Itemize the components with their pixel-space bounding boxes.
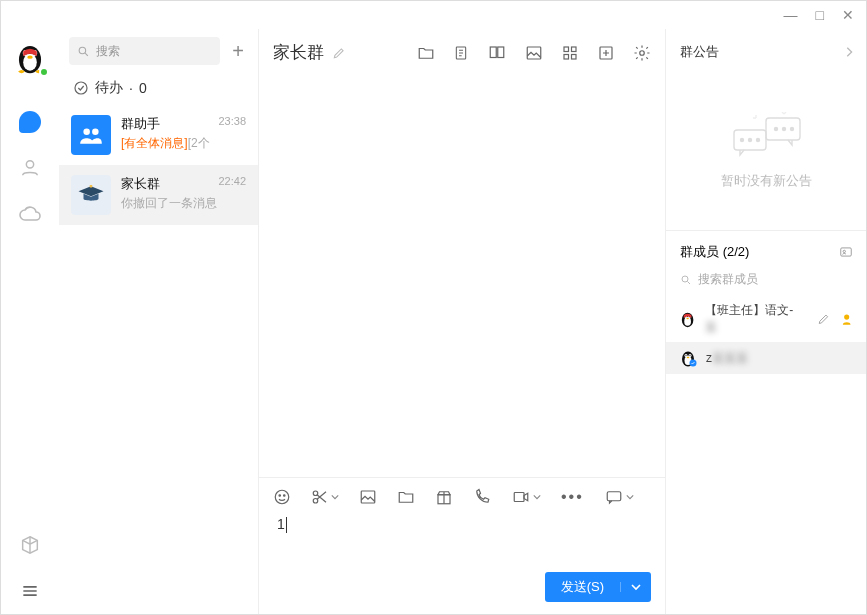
- conversation-name: 家长群: [121, 175, 160, 193]
- send-file-button[interactable]: [397, 488, 415, 506]
- svg-point-38: [783, 127, 786, 130]
- pencil-icon[interactable]: [817, 312, 830, 326]
- chat-title: 家长群: [273, 41, 324, 64]
- svg-rect-18: [572, 47, 577, 52]
- search-input[interactable]: 搜索: [69, 37, 220, 65]
- svg-point-6: [27, 55, 32, 58]
- svg-point-11: [92, 129, 99, 136]
- add-button[interactable]: +: [228, 40, 248, 63]
- video-button[interactable]: [511, 488, 541, 506]
- svg-point-34: [741, 138, 744, 141]
- emoji-button[interactable]: [273, 488, 291, 506]
- svg-rect-40: [841, 248, 852, 256]
- message-area: [259, 77, 665, 477]
- send-button[interactable]: 发送(S): [545, 572, 651, 602]
- settings-button[interactable]: [633, 44, 651, 62]
- svg-point-42: [682, 276, 688, 282]
- invite-button[interactable]: [597, 44, 615, 62]
- image-icon: [525, 44, 543, 62]
- minimize-button[interactable]: —: [784, 8, 798, 22]
- nav-apps[interactable]: [17, 532, 43, 558]
- svg-point-25: [284, 495, 286, 497]
- doc-button[interactable]: [453, 44, 469, 62]
- svg-point-23: [275, 490, 289, 504]
- nav-menu[interactable]: [17, 578, 43, 604]
- cloud-icon: [18, 202, 42, 226]
- album-button[interactable]: [487, 44, 507, 62]
- scissors-icon: [311, 488, 329, 506]
- svg-point-55: [685, 355, 686, 356]
- group-avatar: [71, 175, 111, 215]
- screenshot-button[interactable]: [311, 488, 339, 506]
- chat-header: 家长群: [259, 29, 665, 77]
- chevron-down-icon: [626, 493, 634, 501]
- svg-point-22: [640, 50, 645, 55]
- svg-point-8: [79, 47, 86, 54]
- video-icon: [511, 488, 531, 506]
- announcement-header[interactable]: 群公告: [666, 29, 866, 71]
- hamburger-icon: [20, 581, 40, 601]
- svg-point-56: [689, 355, 690, 356]
- svg-rect-16: [527, 47, 541, 59]
- message-input[interactable]: 1: [259, 512, 665, 572]
- search-icon: [680, 274, 692, 286]
- svg-point-39: [791, 127, 794, 130]
- folder-icon: [397, 488, 415, 506]
- plus-square-icon: [597, 44, 615, 62]
- conversation-item[interactable]: 家长群 22:42 你撤回了一条消息: [59, 165, 258, 225]
- document-icon: [453, 44, 469, 62]
- more-button[interactable]: •••: [561, 488, 584, 506]
- grid-icon: [561, 44, 579, 62]
- conversation-time: 22:42: [218, 175, 246, 193]
- grid-button[interactable]: [561, 44, 579, 62]
- maximize-button[interactable]: □: [816, 8, 824, 22]
- text-caret: [286, 517, 287, 533]
- history-button[interactable]: [604, 488, 634, 506]
- edit-title-button[interactable]: [332, 46, 346, 60]
- card-icon[interactable]: [838, 245, 854, 259]
- gift-button[interactable]: [435, 488, 453, 506]
- close-button[interactable]: ✕: [842, 8, 854, 22]
- nav-cloud[interactable]: [17, 201, 43, 227]
- folder-icon: [417, 44, 435, 62]
- svg-point-50: [844, 315, 849, 320]
- svg-rect-31: [607, 492, 621, 501]
- member-row[interactable]: 【班主任】语文-某: [666, 296, 866, 342]
- penguin-icon: [678, 309, 697, 329]
- nav-contacts[interactable]: [17, 155, 43, 181]
- nav-messages[interactable]: [17, 109, 43, 135]
- group-assistant-avatar: [71, 115, 111, 155]
- smiley-icon: [273, 488, 291, 506]
- right-panel: 群公告 暂时没有新公告 群成员 (2/2) 搜索群成员 【班主任】语文-某: [666, 29, 866, 614]
- conversation-preview: [有全体消息][2个: [121, 135, 246, 152]
- send-image-button[interactable]: [359, 488, 377, 506]
- gear-icon: [633, 44, 651, 62]
- phone-icon: [473, 488, 491, 506]
- user-avatar[interactable]: [13, 41, 47, 75]
- people-icon: [78, 122, 104, 148]
- image-button[interactable]: [525, 44, 543, 62]
- svg-rect-12: [90, 185, 93, 188]
- call-button[interactable]: [473, 488, 491, 506]
- folder-button[interactable]: [417, 44, 435, 62]
- svg-point-36: [757, 138, 760, 141]
- owner-badge-icon: [839, 311, 854, 327]
- members-search[interactable]: 搜索群成员: [666, 267, 866, 296]
- chat-history-icon: [604, 488, 624, 506]
- chevron-down-icon: [533, 493, 541, 501]
- svg-rect-19: [564, 54, 569, 59]
- send-dropdown[interactable]: [620, 582, 651, 592]
- chat-panel: 家长群 •••: [259, 29, 666, 614]
- conversation-time: 23:38: [218, 115, 246, 133]
- member-row[interactable]: z某某某: [666, 342, 866, 374]
- conversation-item[interactable]: 群助手 23:38 [有全体消息][2个: [59, 105, 258, 165]
- conversation-list: 搜索 + 待办 · 0 群助手 23:38 [有全体消息][2个: [59, 29, 259, 614]
- todo-row[interactable]: 待办 · 0: [59, 71, 258, 105]
- svg-rect-17: [564, 47, 569, 52]
- conversation-name: 群助手: [121, 115, 160, 133]
- svg-point-57: [687, 357, 690, 359]
- contact-icon: [19, 157, 41, 179]
- status-online-icon: [39, 67, 49, 77]
- pencil-icon: [332, 46, 346, 60]
- penguin-icon: [678, 348, 698, 368]
